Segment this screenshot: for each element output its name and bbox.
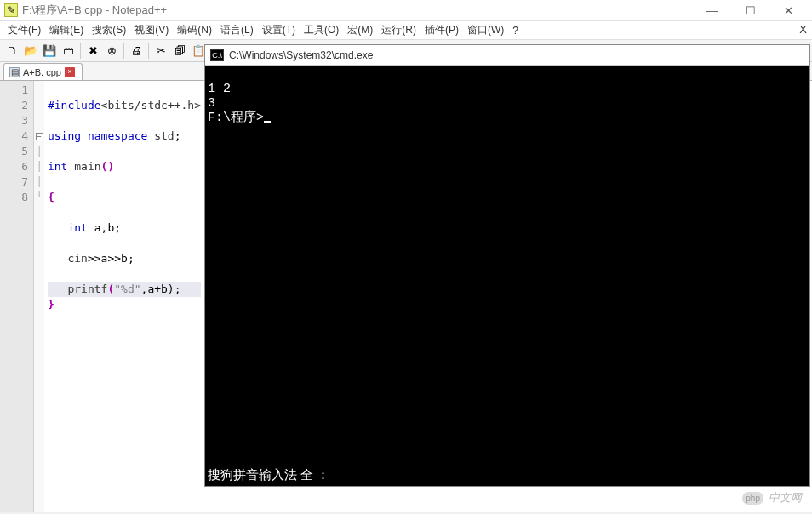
close-all-icon[interactable]: ⊗ <box>103 43 120 60</box>
maximize-button[interactable]: ☐ <box>731 0 769 20</box>
code-token: int <box>67 221 87 234</box>
open-file-icon[interactable]: 📂 <box>22 43 39 60</box>
code-token: using <box>48 129 81 142</box>
code-token <box>48 221 67 234</box>
line-number-gutter: 1 2 3 4 5 6 7 8 <box>0 81 34 512</box>
ime-status: 搜狗拼音输入法 全 ： <box>208 468 329 483</box>
window-controls: — ☐ ✕ <box>693 0 808 20</box>
close-button[interactable]: ✕ <box>769 0 808 20</box>
menu-help[interactable]: ? <box>508 23 523 38</box>
code-token <box>48 252 67 265</box>
menu-macro[interactable]: 宏(M) <box>343 21 377 39</box>
fold-toggle-icon[interactable]: − <box>36 133 43 140</box>
console-line: 3 <box>208 96 215 111</box>
code-token: "%d" <box>114 283 140 295</box>
code-token <box>48 283 67 295</box>
cursor-icon <box>264 121 271 123</box>
copy-icon[interactable]: 🗐 <box>171 43 188 60</box>
editor-pane: 1 2 3 4 5 6 7 8 − │ │ │ └ #include<bits/… <box>0 81 204 512</box>
app-icon: ✎ <box>4 3 18 17</box>
cmd-icon: C:\ <box>210 49 224 61</box>
new-file-icon[interactable]: 🗋 <box>3 43 20 60</box>
menu-run[interactable]: 运行(R) <box>377 21 420 39</box>
code-token: cin <box>67 252 87 265</box>
fold-guide: │ <box>34 144 44 159</box>
menubar: 文件(F) 编辑(E) 搜索(S) 视图(V) 编码(N) 语言(L) 设置(T… <box>0 21 812 40</box>
fold-column: − │ │ │ └ <box>34 81 44 512</box>
minimize-button[interactable]: — <box>693 0 731 20</box>
menu-tools[interactable]: 工具(O) <box>300 21 343 39</box>
console-output[interactable]: 1 2 3 F:\程序> 搜狗拼音输入法 全 ： <box>205 66 809 486</box>
titlebar: ✎ F:\程序\A+B.cpp - Notepad++ — ☐ ✕ <box>0 0 812 21</box>
toolbar-separator <box>148 43 149 59</box>
menu-search[interactable]: 搜索(S) <box>88 21 130 39</box>
file-icon: ▤ <box>9 67 20 77</box>
fold-guide: │ <box>34 174 44 190</box>
tab-label: A+B. cpp <box>23 67 61 77</box>
line-number: 3 <box>0 113 28 128</box>
menu-settings[interactable]: 设置(T) <box>258 21 300 39</box>
save-icon[interactable]: 💾 <box>41 43 58 60</box>
code-editor[interactable]: #include<bits/stdc++.h> using namespace … <box>44 81 204 512</box>
console-line: 1 2 <box>208 82 231 96</box>
code-token: ; <box>174 129 181 142</box>
console-prompt: F:\程序> <box>208 111 264 125</box>
code-token: <bits/stdc++.h> <box>101 99 201 111</box>
menu-encoding[interactable]: 编码(N) <box>173 21 216 39</box>
line-number: 5 <box>0 144 28 159</box>
menu-edit[interactable]: 编辑(E) <box>45 21 88 39</box>
code-token: int <box>48 160 67 173</box>
print-icon[interactable]: 🖨 <box>128 43 145 60</box>
code-token: { <box>48 191 54 203</box>
toolbar-separator <box>123 43 124 59</box>
code-token: main <box>74 160 100 173</box>
code-token: >>a>>b; <box>88 252 134 265</box>
fold-guide: │ <box>34 159 44 174</box>
cut-icon[interactable]: ✂ <box>152 43 169 60</box>
mdi-close-button[interactable]: X <box>799 23 807 36</box>
fold-guide: └ <box>34 190 44 205</box>
watermark-text: 中文网 <box>769 490 802 505</box>
console-window[interactable]: C:\ C:\Windows\System32\cmd.exe 1 2 3 F:… <box>204 44 810 487</box>
save-all-icon[interactable]: 🗃 <box>60 43 77 60</box>
menu-view[interactable]: 视图(V) <box>130 21 173 39</box>
tab-ab-cpp[interactable]: ▤ A+B. cpp × <box>3 63 83 80</box>
close-file-icon[interactable]: ✖ <box>84 43 101 60</box>
code-token: std <box>154 129 174 142</box>
code-token: namespace <box>88 129 147 142</box>
console-titlebar[interactable]: C:\ C:\Windows\System32\cmd.exe <box>205 45 809 66</box>
watermark: php 中文网 <box>742 490 802 505</box>
line-number: 4 <box>0 128 28 144</box>
code-token: printf <box>67 283 107 295</box>
menu-plugins[interactable]: 插件(P) <box>420 21 463 39</box>
watermark-badge: php <box>742 492 763 505</box>
code-token: ,a+b); <box>141 283 181 295</box>
line-number: 2 <box>0 98 28 113</box>
code-token: #include <box>48 99 101 111</box>
line-number: 7 <box>0 174 28 190</box>
code-token: () <box>101 160 115 173</box>
menu-window[interactable]: 窗口(W) <box>463 21 508 39</box>
line-number: 6 <box>0 159 28 174</box>
console-title-text: C:\Windows\System32\cmd.exe <box>229 49 373 61</box>
code-token: a,b; <box>88 221 121 234</box>
menu-language[interactable]: 语言(L) <box>216 21 258 39</box>
window-title: F:\程序\A+B.cpp - Notepad++ <box>22 3 693 18</box>
line-number: 1 <box>0 83 28 98</box>
tab-close-button[interactable]: × <box>65 67 75 77</box>
code-token: } <box>48 298 54 311</box>
toolbar-separator <box>80 43 81 59</box>
menu-file[interactable]: 文件(F) <box>3 21 45 39</box>
line-number: 8 <box>0 190 28 205</box>
